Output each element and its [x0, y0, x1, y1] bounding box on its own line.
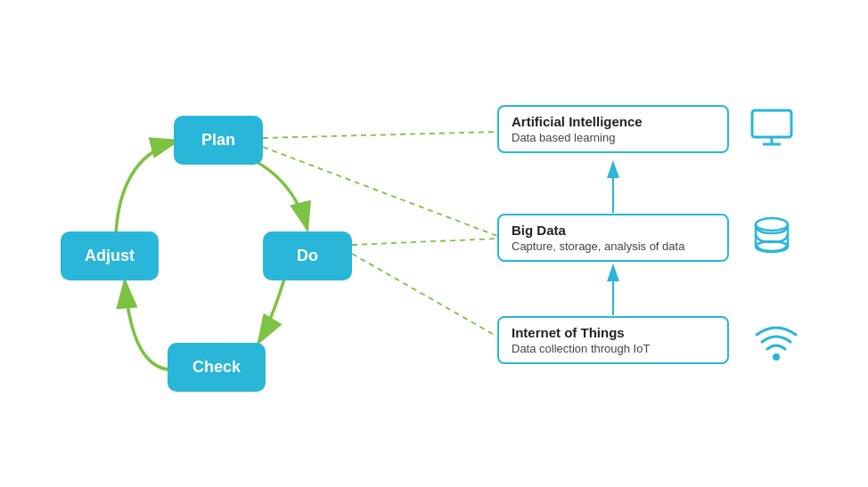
svg-line-3 — [263, 147, 497, 236]
iot-title: Internet of Things — [512, 325, 715, 340]
node-check: Check — [168, 343, 266, 392]
iot-desc: Data collection through IoT — [512, 342, 715, 355]
check-label: Check — [192, 358, 241, 377]
monitor-icon — [749, 105, 795, 155]
svg-point-15 — [773, 353, 780, 361]
svg-line-4 — [352, 239, 497, 245]
database-icon — [749, 214, 795, 264]
svg-point-11 — [756, 218, 788, 231]
svg-rect-8 — [752, 110, 791, 137]
bigdata-desc: Capture, storage, analysis of data — [512, 239, 715, 253]
info-box-iot: Internet of Things Data collection throu… — [497, 316, 729, 364]
info-box-bigdata: Big Data Capture, storage, analysis of d… — [497, 214, 729, 262]
node-plan: Plan — [174, 116, 263, 165]
wifi-icon — [753, 319, 799, 365]
ai-desc: Data based learning — [512, 131, 715, 144]
ai-title: Artificial Intelligence — [512, 114, 715, 129]
node-adjust: Adjust — [61, 231, 159, 280]
plan-label: Plan — [201, 131, 235, 150]
do-label: Do — [297, 247, 318, 265]
svg-line-2 — [263, 132, 497, 138]
adjust-label: Adjust — [85, 247, 135, 265]
info-box-ai: Artificial Intelligence Data based learn… — [497, 105, 729, 153]
diagram-container: Plan Do Check Adjust Artificial Intellig… — [0, 0, 868, 487]
bigdata-title: Big Data — [512, 223, 715, 238]
svg-line-5 — [352, 254, 497, 337]
node-do: Do — [263, 231, 352, 280]
